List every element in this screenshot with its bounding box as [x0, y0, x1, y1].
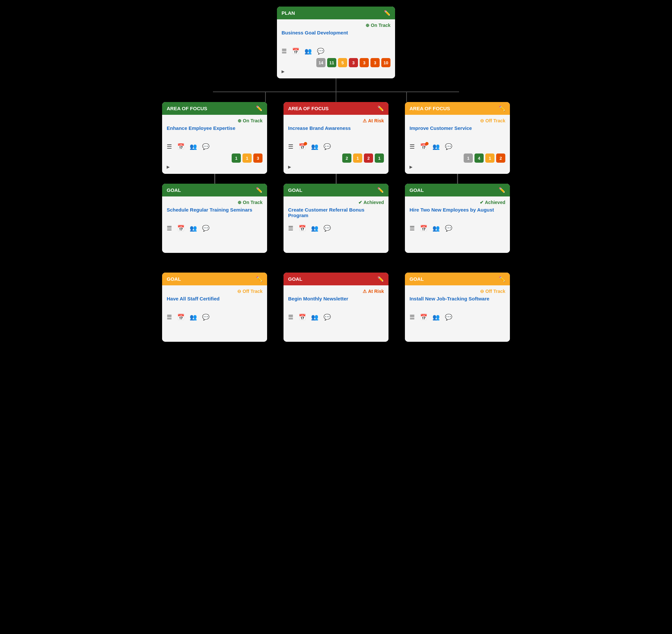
area1-edit-icon[interactable]: ✏️	[256, 105, 263, 112]
goal-spacer-2	[284, 260, 388, 266]
goal1b-icons: ☰ 📅 👥 💬	[167, 314, 263, 321]
goal3b-header: GOAL ✏️	[405, 272, 510, 285]
goal2b-people[interactable]: 👥	[311, 314, 318, 321]
goal2b-cal[interactable]: 📅	[298, 314, 306, 321]
goal2a-chat[interactable]: 💬	[323, 225, 331, 232]
area2-people[interactable]: 👥	[311, 143, 318, 150]
area1-badge-3: 3	[253, 153, 263, 163]
goal1a-edit-icon[interactable]: ✏️	[256, 187, 263, 193]
plan-label: PLAN	[282, 10, 295, 16]
area2-edit-icon[interactable]: ✏️	[377, 105, 384, 112]
plan-edit-icon[interactable]: ✏️	[384, 10, 390, 16]
list-icon[interactable]: ☰	[282, 48, 287, 55]
area3-title: Improve Customer Service	[409, 125, 505, 139]
goal2b-edit-icon[interactable]: ✏️	[377, 276, 384, 282]
area1-status-icon: ⊕	[238, 118, 241, 123]
goal1a-chat[interactable]: 💬	[202, 225, 209, 232]
area2-badge-2r: 2	[364, 153, 373, 163]
goal1a-cal[interactable]: 📅	[177, 225, 185, 232]
area3-list[interactable]: ☰	[409, 143, 415, 150]
area2-calendar-notif[interactable]: 📅	[298, 143, 306, 150]
goal2a-edit-icon[interactable]: ✏️	[377, 187, 384, 193]
area3-header: AREA OF FOCUS ✏️	[405, 102, 510, 115]
goal3a-list[interactable]: ☰	[409, 225, 415, 232]
area-card-3: AREA OF FOCUS ✏️ ⊖ Off Track Improve Cus…	[405, 102, 510, 174]
goal1b-edit-icon[interactable]: ✏️	[256, 276, 263, 282]
goal3a-cal[interactable]: 📅	[420, 225, 427, 232]
goal3b-edit-icon[interactable]: ✏️	[499, 276, 505, 282]
area2-header: AREA OF FOCUS ✏️	[284, 102, 388, 115]
goal3b-chat[interactable]: 💬	[445, 314, 452, 321]
goal2a-bottom	[288, 235, 384, 248]
plan-connector-down	[336, 78, 336, 92]
goal3b-list[interactable]: ☰	[409, 314, 415, 321]
badge-14: 14	[316, 58, 326, 67]
goal3b-people[interactable]: 👥	[432, 314, 440, 321]
badge-11: 11	[327, 58, 336, 67]
goal-spacer-3	[405, 260, 510, 266]
goal2b-icons: ☰ 📅 👥 💬	[288, 314, 384, 321]
area2-badge-1y: 1	[353, 153, 362, 163]
area1-list-icon[interactable]: ☰	[167, 143, 172, 150]
area1-chevron[interactable]: ▶	[167, 165, 263, 169]
area2-badges: 2 1 2 1	[288, 153, 384, 163]
area1-icons: ☰ 📅 👥 💬	[167, 143, 263, 150]
area2-list[interactable]: ☰	[288, 143, 293, 150]
goal3a-status: ✔ Achieved	[409, 200, 505, 205]
goal2b-label: GOAL	[288, 276, 302, 282]
badge-3b: 3	[360, 58, 369, 67]
area3-chevron[interactable]: ▶	[409, 165, 505, 169]
plan-chevron[interactable]: ▶	[282, 69, 390, 74]
goal1a-list[interactable]: ☰	[167, 225, 172, 232]
people-icon[interactable]: 👥	[305, 48, 312, 55]
area1-badge-1g: 1	[232, 153, 241, 163]
goal1a-people[interactable]: 👥	[190, 225, 197, 232]
goal-card-2b: GOAL ✏️ ⚠ At Risk Begin Monthly Newslett…	[284, 272, 388, 342]
area1-label: AREA OF FOCUS	[167, 106, 207, 111]
area3-chat[interactable]: 💬	[445, 143, 452, 150]
area2-badge-2g: 2	[342, 153, 352, 163]
goal1a-header: GOAL ✏️	[162, 184, 267, 196]
plan-header: PLAN ✏️	[277, 6, 395, 19]
goal1b-cal[interactable]: 📅	[177, 314, 185, 321]
goal2b-chat[interactable]: 💬	[323, 314, 331, 321]
goal3a-chat[interactable]: 💬	[445, 225, 452, 232]
badge-10: 10	[381, 58, 390, 67]
goal2a-people[interactable]: 👥	[311, 225, 318, 232]
area3-status: ⊖ Off Track	[409, 118, 505, 123]
area3-edit-icon[interactable]: ✏️	[499, 105, 505, 112]
area3-calendar-notif[interactable]: 📅	[420, 143, 427, 150]
area3-people[interactable]: 👥	[432, 143, 440, 150]
goal3a-edit-icon[interactable]: ✏️	[499, 187, 505, 193]
goal3b-cal[interactable]: 📅	[420, 314, 427, 321]
goal2a-cal[interactable]: 📅	[298, 225, 306, 232]
goal3a-people[interactable]: 👥	[432, 225, 440, 232]
chat-icon[interactable]: 💬	[317, 48, 324, 55]
goal-spacer-1	[162, 260, 267, 266]
goal3a-icons: ☰ 📅 👥 💬	[409, 225, 505, 232]
plan-body: ⊕ On Track Business Goal Development ☰ 📅…	[277, 19, 395, 78]
goal3b-icons: ☰ 📅 👥 💬	[409, 314, 505, 321]
area2-chat[interactable]: 💬	[323, 143, 331, 150]
area2-chevron[interactable]: ▶	[288, 165, 384, 169]
goal1b-list[interactable]: ☰	[167, 314, 172, 321]
area3-notif-dot	[425, 142, 429, 145]
goal2a-title: Create Customer Referral Bonus Program	[288, 207, 384, 220]
goal1a-body: ⊕ On Track Schedule Regular Training Sem…	[162, 196, 267, 253]
goal2b-list[interactable]: ☰	[288, 314, 293, 321]
calendar-icon[interactable]: 📅	[292, 48, 299, 55]
goal2b-body: ⚠ At Risk Begin Monthly Newsletter ☰ 📅 👥…	[284, 285, 388, 342]
area1-calendar-icon[interactable]: 📅	[177, 143, 185, 150]
goal-card-1a: GOAL ✏️ ⊕ On Track Schedule Regular Trai…	[162, 184, 267, 253]
goal1b-people[interactable]: 👥	[190, 314, 197, 321]
area3-badge-1gr: 1	[464, 153, 473, 163]
area1-title: Enhance Employee Expertise	[167, 125, 263, 139]
area3-badge-1y: 1	[485, 153, 495, 163]
goal1b-header: GOAL ✏️	[162, 272, 267, 285]
goal1b-status: ⊖ Off Track	[167, 289, 263, 294]
goal2a-list[interactable]: ☰	[288, 225, 293, 232]
goal1b-chat[interactable]: 💬	[202, 314, 209, 321]
col-area-1: AREA OF FOCUS ✏️ ⊕ On Track Enhance Empl…	[162, 102, 267, 342]
area1-people-icon[interactable]: 👥	[190, 143, 197, 150]
area1-chat-icon[interactable]: 💬	[202, 143, 209, 150]
